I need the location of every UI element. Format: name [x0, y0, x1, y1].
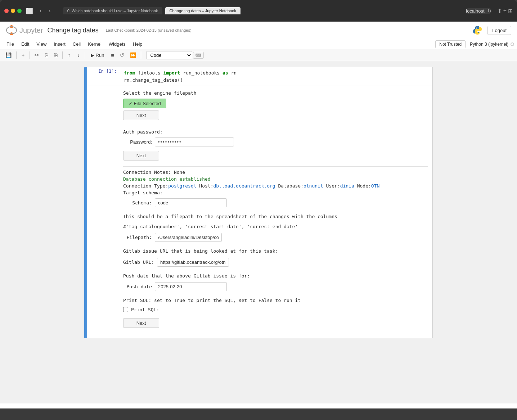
- print-sql-desc: Print SQL: set to True to print the SQL,…: [123, 297, 428, 304]
- new-tab-button[interactable]: +: [503, 8, 507, 14]
- connection-notes: Connection Notes: None: [123, 170, 428, 175]
- select-engine-label: Select the engine filepath: [123, 90, 428, 96]
- gitlab-url-input[interactable]: [157, 258, 229, 267]
- url-bar[interactable]: localhost ↻: [466, 8, 491, 14]
- cell-input-row: In [1]: from fixtools import run_noteboo…: [87, 67, 432, 86]
- gitlab-section: Gitlab issue URL that is being looked at…: [123, 248, 428, 267]
- next-button-3[interactable]: Next: [123, 318, 159, 328]
- push-date-input-row: Push date: [123, 282, 428, 291]
- schema-input[interactable]: [155, 198, 227, 207]
- move-up-button[interactable]: ↑: [65, 51, 73, 59]
- maximize-button[interactable]: [17, 9, 22, 13]
- menu-right: Not Trusted Python 3 (ipykernel): [435, 40, 514, 48]
- spreadsheet-desc-2: #'tag_catalognumber', 'correct_start_dat…: [123, 223, 428, 230]
- keyboard-shortcuts-button[interactable]: ⌨: [193, 52, 204, 59]
- cut-cell-button[interactable]: ✂: [32, 51, 41, 59]
- menu-edit[interactable]: Edit: [18, 40, 33, 48]
- code-alias: rn: [231, 70, 237, 76]
- move-down-button[interactable]: ↓: [74, 51, 83, 59]
- gitlab-url-label: Gitlab URL:: [123, 259, 154, 265]
- ct-db-label: Database:: [278, 183, 304, 189]
- add-cell-button[interactable]: +: [19, 51, 27, 59]
- push-date-input[interactable]: [155, 282, 227, 291]
- cell-type-select[interactable]: Code Markdown Raw NBConvert Heading: [146, 51, 192, 59]
- menu-file[interactable]: File: [3, 40, 18, 48]
- menu-insert[interactable]: Insert: [50, 40, 69, 48]
- spreadsheet-desc-1: This should be a filepath to the spreads…: [123, 213, 428, 220]
- kernel-name: Python 3 (ipykernel): [470, 42, 508, 47]
- auth-password-label: Auth password:: [123, 129, 428, 135]
- ct-host-value: db.load.oceantrack.org: [213, 183, 275, 189]
- print-sql-checkbox-label: Print SQL:: [131, 307, 159, 312]
- push-date-section: Push date that the above Gitlab issue is…: [123, 272, 428, 292]
- url-text: localhost: [466, 8, 484, 14]
- refresh-button[interactable]: ↻: [487, 8, 491, 14]
- save-button[interactable]: 💾: [3, 51, 14, 59]
- run-button[interactable]: ▶ Run: [87, 51, 107, 59]
- notebook-title[interactable]: Change tag dates: [48, 27, 99, 34]
- next-button-2[interactable]: Next: [123, 151, 159, 161]
- share-button[interactable]: ⬆: [497, 8, 502, 14]
- target-schema-label: Target schema:: [123, 190, 428, 195]
- ct-type-value: postgresql: [168, 183, 196, 189]
- divider-2: [123, 166, 428, 167]
- menu-widgets[interactable]: Widgets: [105, 40, 129, 48]
- svg-point-3: [10, 28, 13, 32]
- gitlab-input-row: Gitlab URL:: [123, 258, 428, 267]
- python-logo-icon: [472, 24, 483, 36]
- filepath-input-row: Filepath:: [123, 233, 428, 242]
- code-as-keyword: as: [222, 70, 228, 76]
- connection-info-section: Connection Notes: None Database connecti…: [123, 170, 428, 207]
- menu-cell[interactable]: Cell: [69, 40, 84, 48]
- back-button[interactable]: ‹: [37, 6, 44, 15]
- tab-change-tag-dates[interactable]: Change tag dates – Jupyter Notebook: [165, 7, 240, 14]
- extensions-button[interactable]: ⊞: [508, 8, 513, 14]
- browser-chrome: ⬜ ‹ › 0. Which notebook should I use – J…: [0, 0, 517, 22]
- toolbar-separator-4: [85, 51, 85, 59]
- not-trusted-button[interactable]: Not Trusted: [435, 40, 466, 48]
- print-sql-checkbox[interactable]: [123, 307, 128, 312]
- svg-point-5: [478, 32, 479, 33]
- menu-view[interactable]: View: [33, 40, 50, 48]
- ct-host-label: Host:: [199, 183, 213, 189]
- filepath-input[interactable]: [155, 233, 222, 242]
- ct-user-label: User:: [326, 183, 340, 189]
- menu-help[interactable]: Help: [129, 40, 146, 48]
- jupyter-logo-icon: [6, 24, 17, 36]
- next-button-1[interactable]: Next: [123, 110, 159, 120]
- interrupt-button[interactable]: ■: [108, 51, 117, 59]
- code-import-name: run_notebooks: [183, 70, 222, 76]
- logout-button[interactable]: Logout: [487, 26, 511, 35]
- notebook-content: In [1]: from fixtools import run_noteboo…: [0, 61, 517, 403]
- jupyter-header: Jupyter Change tag dates Last Checkpoint…: [0, 22, 517, 39]
- forward-button[interactable]: ›: [46, 6, 53, 15]
- ct-node-label: Node:: [357, 183, 371, 189]
- paste-cell-button[interactable]: ⎗: [51, 51, 60, 59]
- traffic-lights: [4, 9, 22, 13]
- push-date-desc: Push date that the above Gitlab issue is…: [123, 272, 428, 280]
- tab-other-notebook[interactable]: 0. Which notebook should I use – Jupyter…: [63, 7, 162, 14]
- toolbar-separator-3: [62, 51, 63, 59]
- checkpoint-info: Last Checkpoint: 2024-02-13 (unsaved cha…: [106, 28, 192, 32]
- code-cell: In [1]: from fixtools import run_noteboo…: [87, 67, 433, 338]
- cell-code-input[interactable]: from fixtools import run_notebooks as rn…: [120, 67, 432, 86]
- spreadsheet-section: This should be a filepath to the spreads…: [123, 213, 428, 242]
- menu-kernel[interactable]: Kernel: [84, 40, 105, 48]
- minimize-button[interactable]: [11, 9, 15, 13]
- jupyter-logo: Jupyter: [6, 24, 43, 36]
- cell-in-label: In [1]:: [87, 67, 120, 86]
- restart-button[interactable]: ↺: [117, 51, 127, 59]
- restart-run-button[interactable]: ⏩: [127, 51, 139, 59]
- print-sql-checkbox-row: Print SQL:: [123, 307, 428, 312]
- close-button[interactable]: [4, 9, 9, 13]
- jupyter-page: Jupyter Change tag dates Last Checkpoint…: [0, 22, 517, 408]
- toolbar-separator-1: [16, 51, 17, 59]
- cell-container: In [1]: from fixtools import run_noteboo…: [78, 67, 439, 338]
- browser-actions: ⬆ + ⊞: [497, 8, 513, 14]
- copy-cell-button[interactable]: ⎘: [42, 51, 51, 59]
- sidebar-toggle-button[interactable]: ⬜: [24, 6, 35, 16]
- password-input[interactable]: [155, 137, 234, 146]
- file-selected-button[interactable]: ✓ File Selected: [123, 99, 166, 108]
- cell-output: Select the engine filepath ✓ File Select…: [87, 86, 432, 338]
- code-module-name: fixtools: [138, 70, 163, 76]
